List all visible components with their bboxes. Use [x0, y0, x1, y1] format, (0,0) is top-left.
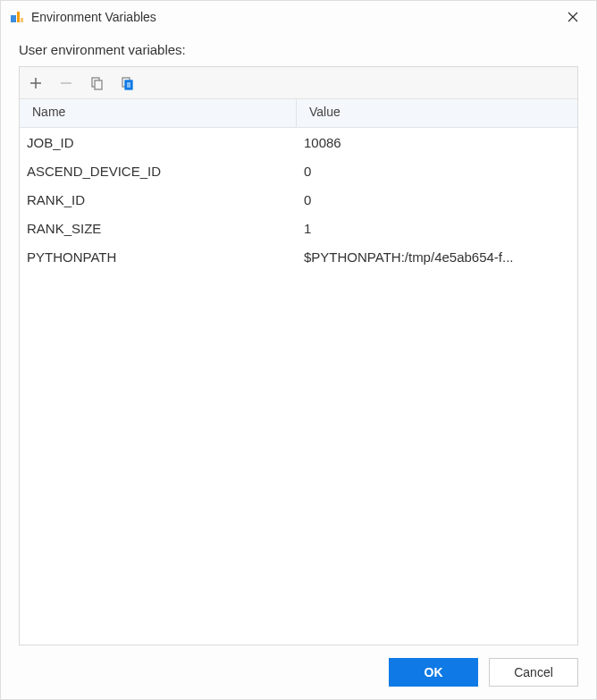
ok-button[interactable]: OK	[389, 658, 478, 687]
cell-name: RANK_ID	[20, 189, 297, 211]
dialog-body: User environment variables:	[1, 33, 596, 645]
table-row[interactable]: RANK_ID0	[20, 185, 577, 214]
titlebar: Environment Variables	[1, 1, 596, 33]
svg-rect-9	[95, 80, 102, 89]
table-toolbar	[20, 67, 577, 99]
cancel-button[interactable]: Cancel	[489, 658, 578, 687]
table-row[interactable]: ASCEND_DEVICE_ID0	[20, 156, 577, 185]
dialog-footer: OK Cancel	[1, 645, 596, 699]
svg-rect-0	[11, 15, 16, 22]
cell-value: $PYTHONPATH:/tmp/4e5ab654-f...	[297, 246, 577, 268]
cell-name: JOB_ID	[20, 131, 297, 154]
app-icon	[10, 10, 24, 24]
table-body: JOB_ID10086ASCEND_DEVICE_ID0RANK_ID0RANK…	[20, 128, 577, 645]
close-button[interactable]	[559, 4, 587, 30]
environment-variables-dialog: Environment Variables User environment v…	[0, 0, 597, 700]
table-row[interactable]: JOB_ID10086	[20, 128, 577, 156]
cell-name: RANK_SIZE	[20, 217, 297, 240]
dialog-title: Environment Variables	[31, 10, 559, 24]
svg-rect-2	[21, 18, 23, 22]
cell-name: PYTHONPATH	[20, 246, 297, 268]
cell-value: 10086	[297, 131, 577, 154]
table-row[interactable]: PYTHONPATH$PYTHONPATH:/tmp/4e5ab654-f...	[20, 242, 577, 271]
column-header-name[interactable]: Name	[20, 99, 297, 127]
section-label: User environment variables:	[19, 42, 578, 57]
remove-button[interactable]	[55, 72, 77, 94]
paste-button[interactable]	[116, 72, 138, 94]
cell-value: 0	[297, 189, 577, 211]
cell-value: 1	[297, 217, 577, 240]
table-row[interactable]: RANK_SIZE1	[20, 214, 577, 242]
add-button[interactable]	[25, 72, 46, 94]
variables-table-container: Name Value JOB_ID10086ASCEND_DEVICE_ID0R…	[19, 66, 578, 645]
cell-name: ASCEND_DEVICE_ID	[20, 160, 297, 182]
column-header-value[interactable]: Value	[297, 99, 577, 127]
copy-button[interactable]	[86, 72, 107, 94]
svg-rect-1	[17, 12, 20, 22]
cell-value: 0	[297, 160, 577, 182]
table-header: Name Value	[20, 99, 577, 128]
